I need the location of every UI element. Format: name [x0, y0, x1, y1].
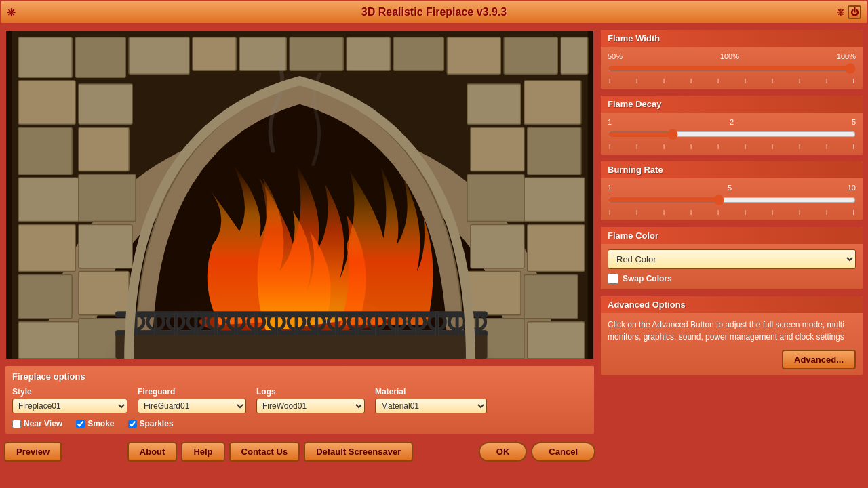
- svg-rect-78: [376, 312, 378, 338]
- svg-rect-30: [524, 275, 578, 319]
- svg-rect-7: [393, 37, 443, 70]
- sparkles-label[interactable]: Sparkles: [140, 419, 174, 428]
- burning-rate-slider[interactable]: [608, 195, 856, 205]
- burning-rate-labels: 1 5 10: [608, 184, 856, 192]
- flame-color-section: Flame Color Red Color Blue Color Green C…: [599, 226, 864, 291]
- svg-rect-14: [18, 81, 75, 124]
- swap-colors-checkbox[interactable]: [608, 273, 618, 284]
- burning-rate-ticks: ||||||||||: [608, 209, 856, 215]
- flame-width-max: 100%: [837, 52, 856, 60]
- svg-rect-17: [18, 224, 75, 271]
- bottom-left-buttons: About Help Contact Us Default Screensave…: [127, 442, 413, 462]
- flame-decay-slider[interactable]: [608, 129, 856, 140]
- svg-rect-26: [524, 81, 581, 124]
- flame-decay-max: 5: [852, 118, 856, 126]
- svg-rect-31: [528, 322, 585, 359]
- svg-rect-10: [129, 37, 189, 74]
- burning-rate-title: Burning Rate: [601, 161, 863, 178]
- title-bar: ❋ 3D Realistic Fireplace v3.9.3 ❋ ⏻: [0, 0, 868, 24]
- app-title: 3D Realistic Fireplace v3.9.3: [361, 6, 507, 18]
- swap-colors-label[interactable]: Swap Colors: [623, 274, 672, 283]
- material-select[interactable]: Material01 Material02: [375, 399, 487, 413]
- style-label: Style: [12, 387, 127, 396]
- svg-rect-75: [315, 312, 318, 338]
- advanced-options-description: Click on the Advanced Button to adjust t…: [608, 319, 856, 343]
- power-button[interactable]: ⏻: [848, 5, 861, 19]
- svg-rect-18: [18, 275, 72, 319]
- style-group: Style Fireplace01 Fireplace02: [12, 387, 127, 413]
- sparkles-group: Sparkles: [128, 419, 174, 428]
- title-icon-left: ❋: [7, 6, 16, 19]
- ok-button[interactable]: OK: [479, 442, 528, 462]
- svg-rect-11: [447, 37, 500, 74]
- flame-decay-section: Flame Decay 1 2 5 ||||||||||: [599, 94, 864, 156]
- style-select[interactable]: Fireplace01 Fireplace02: [12, 399, 127, 413]
- svg-rect-29: [528, 224, 585, 271]
- svg-rect-82: [456, 312, 458, 338]
- svg-rect-84: [115, 335, 487, 359]
- svg-rect-70: [215, 312, 218, 338]
- flame-width-slider[interactable]: [608, 63, 856, 74]
- burning-rate-slider-row: [608, 195, 856, 207]
- fireguard-select[interactable]: FireGuard01 FireGuard02: [138, 399, 246, 413]
- flame-width-title: Flame Width: [601, 30, 863, 47]
- smoke-checkbox[interactable]: [76, 420, 85, 428]
- advanced-options-section: Advanced Options Click on the Advanced B…: [599, 295, 864, 376]
- cancel-button[interactable]: Cancel: [531, 442, 595, 462]
- flame-color-select[interactable]: Red Color Blue Color Green Color Purple …: [608, 249, 856, 269]
- right-panel: Flame Width 50% 100% 100% |||||||||| Fla…: [599, 28, 864, 484]
- material-group: Material Material01 Material02: [375, 387, 487, 413]
- options-title: Fireplace options: [12, 371, 587, 382]
- fireplace-display: [4, 28, 595, 361]
- near-view-label[interactable]: Near View: [24, 419, 62, 428]
- svg-rect-4: [290, 37, 343, 70]
- default-screensaver-button[interactable]: Default Screensaver: [304, 442, 413, 462]
- flame-width-slider-row: [608, 63, 856, 76]
- flame-decay-mid: 2: [730, 118, 734, 126]
- svg-rect-79: [395, 312, 398, 338]
- flame-decay-slider-row: [608, 129, 856, 142]
- svg-rect-12: [504, 37, 557, 74]
- near-view-checkbox[interactable]: [12, 420, 21, 428]
- smoke-label[interactable]: Smoke: [87, 419, 114, 428]
- svg-rect-68: [174, 312, 177, 338]
- svg-rect-76: [335, 312, 338, 338]
- svg-rect-16: [18, 178, 79, 221]
- help-button[interactable]: Help: [181, 442, 224, 462]
- flame-decay-title: Flame Decay: [601, 96, 863, 113]
- flame-width-mid: 100%: [720, 52, 739, 60]
- flame-width-ticks: ||||||||||: [608, 77, 856, 83]
- svg-rect-22: [79, 174, 136, 221]
- svg-rect-23: [79, 224, 132, 268]
- svg-rect-32: [467, 84, 521, 124]
- fireguard-group: Fireguard FireGuard01 FireGuard02: [138, 387, 246, 413]
- flame-color-title: Flame Color: [601, 227, 863, 244]
- svg-rect-73: [275, 312, 277, 338]
- smoke-group: Smoke: [76, 419, 114, 428]
- flame-width-section: Flame Width 50% 100% 100% ||||||||||: [599, 28, 864, 90]
- logs-select[interactable]: FireWood01 FireWood02: [256, 399, 365, 413]
- options-row-1: Style Fireplace01 Fireplace02 Fireguard …: [12, 387, 587, 413]
- advanced-button[interactable]: Advanced...: [782, 350, 856, 369]
- logs-label: Logs: [256, 387, 365, 396]
- svg-rect-5: [347, 37, 390, 70]
- bottom-right-buttons: OK Cancel: [479, 442, 595, 462]
- fireguard-label: Fireguard: [138, 387, 246, 396]
- svg-rect-21: [79, 127, 129, 171]
- svg-rect-8: [18, 37, 72, 77]
- fireplace-options-panel: Fireplace options Style Fireplace01 Fire…: [4, 365, 595, 435]
- svg-rect-80: [416, 312, 418, 338]
- preview-button[interactable]: Preview: [4, 442, 62, 462]
- svg-rect-71: [235, 312, 237, 338]
- svg-rect-9: [75, 37, 125, 77]
- svg-rect-81: [436, 312, 439, 338]
- svg-rect-72: [255, 312, 258, 338]
- swap-colors-row: Swap Colors: [608, 273, 856, 284]
- sparkles-checkbox[interactable]: [128, 420, 137, 428]
- about-button[interactable]: About: [127, 442, 178, 462]
- contact-us-button[interactable]: Contact Us: [229, 442, 300, 462]
- advanced-options-title: Advanced Options: [601, 296, 863, 313]
- material-label: Material: [375, 387, 487, 396]
- svg-rect-77: [355, 312, 358, 338]
- flame-decay-ticks: ||||||||||: [608, 143, 856, 149]
